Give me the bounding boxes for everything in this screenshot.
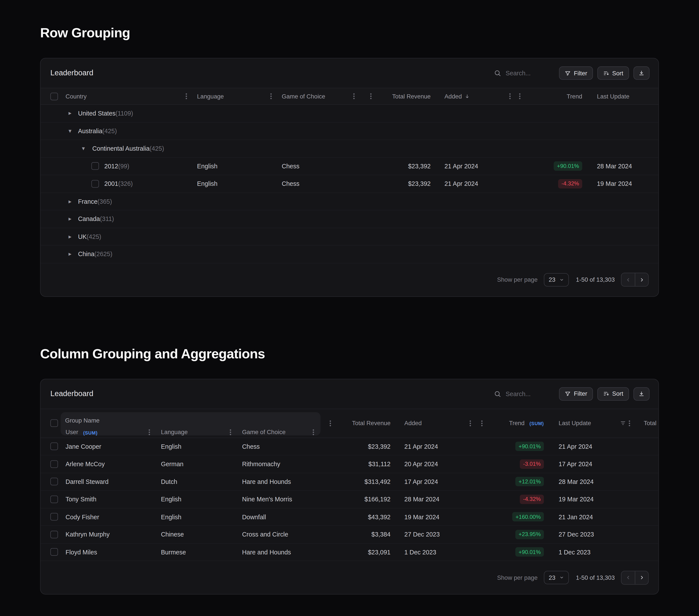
table-row-arlene-mccoy[interactable]: Arlene McCoy German Rithmomachy $31,112 … [41,455,659,473]
group-row-canada[interactable]: Canada(311) [41,210,659,228]
group-row-continental-australia[interactable]: Continental Australia(425) [41,140,659,158]
expand-caret-icon[interactable] [66,234,74,239]
column-header-trend[interactable]: Trend [529,88,582,104]
column-menu-icon[interactable] [353,93,355,99]
column-header-country[interactable]: Country [63,88,194,104]
column-header-total[interactable]: Total [630,409,659,437]
column-menu-icon[interactable] [270,93,272,99]
table-row-darrell-steward[interactable]: Darrell Steward Dutch Hare and Hounds $3… [41,473,659,491]
trend-badge: +160.00% [513,512,544,521]
column-header-revenue[interactable]: Total Revenue [380,88,431,104]
column-header-user[interactable]: User(SUM) [63,406,158,440]
group-row-united-states[interactable]: United States(1109) [41,105,659,122]
download-button[interactable] [633,387,649,400]
leaf-row-2001[interactable]: 2001(326) English Chess $23,392 21 Apr 2… [41,175,659,193]
column-header-game[interactable]: Game of Choice [239,406,320,440]
group-row-china[interactable]: China(2625) [41,245,659,263]
panel-title: Leaderboard [51,69,93,78]
column-header-language[interactable]: Language [158,406,239,440]
row-checkbox[interactable] [51,513,58,521]
select-all-checkbox[interactable] [51,419,58,427]
row-checkbox[interactable] [51,460,58,468]
column-menu-icon[interactable] [470,420,471,426]
filter-applied-icon[interactable] [620,420,626,426]
expand-caret-icon[interactable] [66,217,74,221]
table-footer: Show per page 23 1-50 of 13,303 [41,263,659,296]
cell-added: 21 Apr 2024 [431,162,511,170]
row-checkbox[interactable] [51,531,58,538]
collapse-caret-icon[interactable] [66,129,74,133]
column-header-last-update[interactable]: Last Update [544,409,630,437]
column-menu-icon[interactable] [629,420,630,426]
column-header-trend[interactable]: Trend(SUM) [492,409,544,437]
cell-game: Cross and Circle [239,531,320,538]
row-checkbox[interactable] [51,443,58,450]
group-row-france[interactable]: France(365) [41,193,659,211]
row-checkbox[interactable] [51,495,58,503]
cell-added: 1 Dec 2023 [391,549,471,556]
column-menu-icon[interactable] [185,93,187,99]
column-menu-icon[interactable] [148,429,158,435]
row-checkbox[interactable] [91,162,99,170]
group-label: UK [78,233,87,240]
column-header-revenue[interactable]: Total Revenue [340,409,391,437]
filter-button[interactable]: Filter [559,66,593,80]
search-input[interactable] [505,69,548,77]
sort-icon [603,70,609,76]
per-page-select[interactable]: 23 [544,273,569,286]
cell-added: 20 Apr 2024 [391,460,471,468]
column-header-added[interactable]: Added [431,88,511,104]
sort-button[interactable]: Sort [597,66,629,80]
per-page-select[interactable]: 23 [544,571,569,584]
column-header-game[interactable]: Game of Choice [279,88,362,104]
cell-user: Kathryn Murphy [63,531,158,538]
prev-page-button[interactable] [621,571,635,584]
group-row-australia[interactable]: Australia(425) [41,122,659,140]
download-button[interactable] [633,66,649,80]
search-input[interactable] [505,390,548,398]
group-count: (365) [97,198,112,205]
next-page-button[interactable] [635,273,648,286]
group-row-uk[interactable]: UK(425) [41,228,659,246]
select-all-checkbox[interactable] [51,92,58,100]
cell-user: Jane Cooper [63,443,158,450]
section-title-row-grouping: Row Grouping [40,0,699,41]
column-menu-icon[interactable] [481,420,483,426]
column-menu-icon[interactable] [370,93,372,99]
prev-page-button[interactable] [621,273,635,286]
download-icon [638,70,645,76]
pagination-range: 1-50 of 13,303 [576,276,615,283]
column-header-label: Game of Choice [242,428,286,435]
group-count: (425) [87,233,101,240]
cell-last-update: 28 Mar 2024 [544,478,630,485]
column-header-label: Language [161,428,188,435]
table-row-floyd-miles[interactable]: Floyd Miles Burmese Hare and Hounds $23,… [41,544,659,561]
column-menu-icon[interactable] [313,429,321,435]
table-row-jane-cooper[interactable]: Jane Cooper English Chess $23,392 21 Apr… [41,438,659,455]
cell-user: Darrell Steward [63,478,158,485]
column-menu-icon[interactable] [519,93,521,99]
column-header-language[interactable]: Language [194,88,279,104]
row-checkbox[interactable] [91,180,99,188]
column-menu-icon[interactable] [229,429,239,435]
column-menu-icon[interactable] [329,420,331,426]
column-header-spacer [362,88,380,104]
expand-caret-icon[interactable] [66,252,74,256]
filter-button[interactable]: Filter [559,387,593,400]
next-page-button[interactable] [635,571,648,584]
expand-caret-icon[interactable] [66,111,74,116]
column-header-label: Total [644,420,656,427]
column-header-last-update[interactable]: Last Update [582,88,659,104]
expand-caret-icon[interactable] [66,199,74,203]
column-header-added[interactable]: Added [391,409,471,437]
collapse-caret-icon[interactable] [80,146,87,151]
table-row-kathryn-murphy[interactable]: Kathryn Murphy Chinese Cross and Circle … [41,526,659,544]
row-checkbox[interactable] [51,548,58,556]
row-checkbox[interactable] [51,478,58,485]
leaf-row-2012[interactable]: 2012(99) English Chess $23,392 21 Apr 20… [41,158,659,175]
column-header-label: Added [445,93,462,100]
table-row-cody-fisher[interactable]: Cody Fisher English Downfall $43,392 19 … [41,508,659,526]
table-row-tony-smith[interactable]: Tony Smith English Nine Men's Morris $16… [41,491,659,508]
column-menu-icon[interactable] [509,93,511,99]
sort-button[interactable]: Sort [597,387,629,400]
